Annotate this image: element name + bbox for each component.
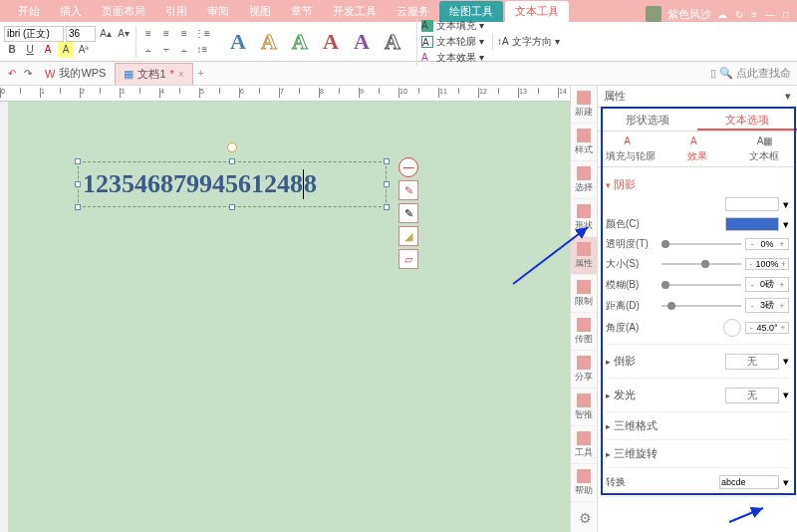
transform-select[interactable] <box>719 475 779 489</box>
tab-text-tools[interactable]: 文本工具 <box>505 1 569 22</box>
style-preset-5[interactable]: A <box>348 28 376 56</box>
style-preset-4[interactable]: A <box>317 28 345 56</box>
tab-ref[interactable]: 引用 <box>155 1 197 22</box>
highlight-button[interactable]: A <box>58 42 74 58</box>
cloud-icon[interactable]: ☁ <box>717 9 727 20</box>
tab-insert[interactable]: 插入 <box>50 1 92 22</box>
edit-tool-4[interactable]: ▱ <box>398 249 418 269</box>
text-outline-button[interactable]: A文本轮廓 ▾ <box>421 34 484 50</box>
rail-chuan[interactable]: 传图 <box>571 313 597 351</box>
rail-tool[interactable]: 工具 <box>571 426 597 464</box>
document-canvas[interactable]: 123546879945612488 — ✎ ✎ ◢ ▱ <box>8 102 598 532</box>
reflection-none[interactable]: 无 <box>725 354 779 370</box>
style-preset-1[interactable]: A <box>224 28 252 56</box>
distance-spinner[interactable]: -3磅+ <box>745 298 789 313</box>
resize-handle[interactable] <box>384 158 390 164</box>
subtab-fill-outline[interactable]: A填充与轮廓 <box>598 132 664 166</box>
settings-gear-icon[interactable]: ⚙ <box>576 510 594 528</box>
resize-handle[interactable] <box>75 204 81 210</box>
bullets-icon[interactable]: ⋮≡ <box>194 26 210 42</box>
resize-handle[interactable] <box>384 204 390 210</box>
edit-tool-2[interactable]: ✎ <box>398 203 418 223</box>
shadow-preset-swatch[interactable] <box>725 197 779 211</box>
text-content-tail[interactable]: 8 <box>304 169 317 199</box>
text-fill-button[interactable]: A文本填充 ▾ <box>421 18 484 34</box>
increase-font-icon[interactable]: A▴ <box>98 26 114 42</box>
blur-spinner[interactable]: -0磅+ <box>745 277 789 292</box>
text-box-selected[interactable]: 123546879945612488 <box>78 161 387 207</box>
font-color-button[interactable]: A <box>40 42 56 58</box>
menu-icon[interactable]: ≡ <box>751 9 757 20</box>
resize-handle[interactable] <box>75 158 81 164</box>
subtab-textbox[interactable]: A▦文本框 <box>730 132 797 166</box>
text-style-gallery[interactable]: A A A A A A <box>218 28 412 56</box>
tab-text-options[interactable]: 文本选项 <box>697 108 797 131</box>
size-slider[interactable] <box>662 263 741 265</box>
distance-slider[interactable] <box>662 305 741 307</box>
rotation-handle[interactable] <box>227 142 237 152</box>
blur-slider[interactable] <box>662 284 741 286</box>
style-preset-3[interactable]: A <box>286 28 314 56</box>
transparency-slider[interactable] <box>662 243 741 245</box>
underline-button[interactable]: U <box>22 42 38 58</box>
rail-help[interactable]: 帮助 <box>571 464 597 502</box>
font-size-select[interactable] <box>66 26 96 42</box>
tab-review[interactable]: 审阅 <box>197 1 239 22</box>
angle-dial[interactable] <box>723 319 741 337</box>
redo-button[interactable]: ↷ <box>20 66 36 82</box>
line-spacing-icon[interactable]: ↕≡ <box>194 42 210 58</box>
refresh-icon[interactable]: ↻ <box>735 9 743 20</box>
subtab-effect[interactable]: A效果 <box>664 132 731 166</box>
decrease-font-icon[interactable]: A▾ <box>116 26 132 42</box>
section-3d-rotate[interactable]: 三维旋转 <box>606 444 789 463</box>
text-content[interactable]: 12354687994561248 <box>83 169 303 199</box>
new-tab-button[interactable]: + <box>193 66 209 82</box>
avatar[interactable] <box>646 6 662 22</box>
tab-my-wps[interactable]: W我的WPS <box>36 62 115 85</box>
tab-chapter[interactable]: 章节 <box>281 1 323 22</box>
delete-button[interactable]: — <box>398 157 418 177</box>
search-box[interactable]: ▯ 🔍 点此查找命 <box>710 66 797 81</box>
tab-view[interactable]: 视图 <box>239 1 281 22</box>
dropdown-icon[interactable]: ▾ <box>783 218 789 231</box>
maximize-icon[interactable]: □ <box>783 9 789 20</box>
bold-button[interactable]: B <box>4 42 20 58</box>
transparency-spinner[interactable]: -0%+ <box>745 238 789 250</box>
style-preset-2[interactable]: A <box>255 28 283 56</box>
tab-shape-options[interactable]: 形状选项 <box>598 108 697 131</box>
resize-handle[interactable] <box>75 181 81 187</box>
align-right-icon[interactable]: ≡ <box>176 26 192 42</box>
close-tab-icon[interactable]: × <box>178 69 184 80</box>
horizontal-ruler[interactable]: 01234567891011121314 <box>0 86 598 102</box>
edit-tool-1[interactable]: ✎ <box>398 180 418 200</box>
text-effect-button[interactable]: A文本效果 ▾ <box>421 50 484 66</box>
rail-select[interactable]: 选择 <box>571 161 597 199</box>
shadow-color-swatch[interactable] <box>725 217 779 231</box>
edit-tool-3[interactable]: ◢ <box>398 226 418 246</box>
valign-bot-icon[interactable]: ⫠ <box>176 42 192 58</box>
glow-none[interactable]: 无 <box>725 388 779 403</box>
resize-handle[interactable] <box>229 158 235 164</box>
style-preset-6[interactable]: A <box>379 28 406 56</box>
section-reflection[interactable]: 倒影 <box>606 352 636 371</box>
font-name-select[interactable] <box>4 26 64 42</box>
resize-handle[interactable] <box>229 204 235 210</box>
align-left-icon[interactable]: ≡ <box>140 26 156 42</box>
dropdown-icon[interactable]: ▾ <box>783 198 789 211</box>
rail-properties[interactable]: 属性 <box>571 237 597 275</box>
rail-limit[interactable]: 限制 <box>571 275 597 313</box>
align-center-icon[interactable]: ≡ <box>158 26 174 42</box>
tab-layout[interactable]: 页面布局 <box>92 1 155 22</box>
valign-top-icon[interactable]: ⫠ <box>140 42 156 58</box>
rail-share[interactable]: 分享 <box>571 351 597 389</box>
size-spinner[interactable]: -100%+ <box>745 258 789 270</box>
tab-start[interactable]: 开始 <box>8 1 50 22</box>
section-shadow[interactable]: 阴影 <box>606 175 789 194</box>
section-3d-format[interactable]: 三维格式 <box>606 416 789 435</box>
rail-smart[interactable]: 智推 <box>571 389 597 426</box>
tab-doc1[interactable]: ▦文档1 *× <box>115 63 192 85</box>
section-glow[interactable]: 发光 <box>606 386 636 404</box>
text-direction-button[interactable]: ↕A文字方向 ▾ <box>497 34 560 50</box>
minimize-icon[interactable]: — <box>765 9 775 20</box>
angle-spinner[interactable]: -45.0°+ <box>745 322 789 334</box>
